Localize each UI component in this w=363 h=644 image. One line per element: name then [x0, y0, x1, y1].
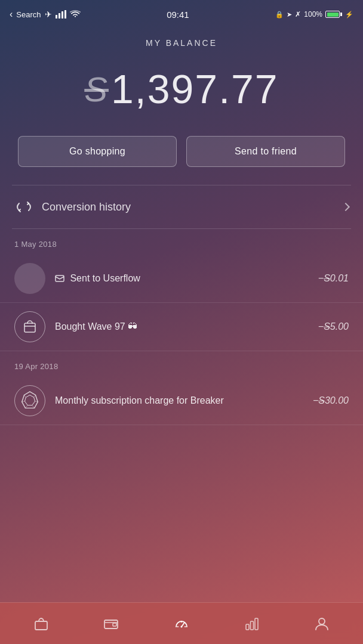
svg-rect-32 — [255, 618, 258, 630]
svg-line-17 — [34, 395, 36, 398]
balance-currency: S — [84, 69, 109, 109]
svg-line-19 — [32, 405, 35, 408]
transaction-info: Monthly subscription charge for Breaker — [55, 395, 313, 407]
page-title: MY BALANCE — [0, 26, 363, 54]
svg-rect-1 — [59, 13, 60, 18]
bottom-nav — [0, 602, 363, 644]
transaction-amount: −S30.00 — [313, 395, 349, 406]
transaction-title: Sent to Userflow — [55, 273, 140, 283]
transactions-section: 1 May 2018 Sent to Userflow −S0.01 — [0, 229, 363, 425]
svg-line-11 — [34, 397, 35, 401]
svg-point-26 — [180, 626, 182, 627]
transaction-info: Sent to Userflow — [55, 273, 318, 285]
table-row: Monthly subscription charge for Breaker … — [0, 377, 363, 425]
bar-chart-icon — [244, 616, 260, 631]
nav-item-dashboard[interactable] — [164, 611, 199, 636]
date-label-2: 19 Apr 2018 — [0, 351, 363, 377]
send-to-friend-button[interactable]: Send to friend — [186, 136, 345, 167]
avatar — [14, 385, 45, 416]
location-icon: ➤ — [287, 11, 292, 18]
date-label-1: 1 May 2018 — [0, 229, 363, 255]
charging-icon: ⚡ — [345, 11, 353, 18]
conversion-history-label: Conversion history — [42, 201, 343, 213]
balance-amount-value: 1,397.77 — [111, 66, 279, 112]
transaction-amount: −S0.01 — [318, 273, 349, 284]
action-buttons: Go shopping Send to friend — [0, 136, 363, 185]
wifi-icon — [70, 10, 81, 18]
transaction-title: Bought Wave 97 🕶 — [55, 321, 137, 332]
svg-rect-0 — [56, 15, 57, 18]
table-row: Sent to Userflow −S0.01 — [0, 255, 363, 303]
svg-line-12 — [32, 401, 35, 405]
bag-icon — [33, 616, 49, 631]
nav-item-shop[interactable] — [24, 611, 59, 636]
nav-item-chart[interactable] — [235, 611, 269, 636]
svg-line-20 — [25, 405, 27, 408]
balance-section: S 1,397.77 — [0, 54, 363, 136]
back-arrow[interactable]: ‹ — [10, 9, 13, 20]
svg-rect-24 — [113, 623, 116, 626]
gauge-icon — [174, 616, 189, 631]
status-time: 09:41 — [167, 10, 189, 20]
svg-line-16 — [24, 395, 26, 398]
conversion-history-row[interactable]: Conversion history — [0, 185, 363, 228]
lock-icon: 🔒 — [275, 11, 284, 18]
nav-item-profile[interactable] — [304, 611, 339, 636]
svg-line-14 — [24, 401, 27, 405]
balance-display: S 1,397.77 — [0, 66, 363, 112]
signal-icon — [56, 10, 66, 18]
person-icon — [314, 616, 330, 631]
chevron-right-icon — [342, 203, 350, 211]
battery-icon — [325, 11, 342, 18]
transaction-title: Monthly subscription charge for Breaker — [55, 395, 224, 405]
svg-rect-22 — [35, 621, 47, 630]
transaction-amount: −S5.00 — [318, 321, 349, 332]
table-row: Bought Wave 97 🕶 −S5.00 — [0, 303, 363, 351]
svg-rect-31 — [250, 621, 253, 630]
status-left: ‹ Search ✈ — [10, 9, 81, 20]
svg-rect-4 — [56, 275, 64, 281]
svg-point-33 — [319, 618, 325, 624]
airplane-icon: ✈ — [45, 10, 52, 19]
svg-rect-2 — [61, 11, 63, 18]
go-shopping-button[interactable]: Go shopping — [18, 136, 177, 167]
svg-rect-3 — [64, 10, 66, 18]
conversion-icon — [14, 197, 33, 216]
svg-line-15 — [24, 397, 26, 401]
svg-rect-23 — [104, 620, 118, 628]
status-app-name: Search — [16, 10, 41, 19]
avatar — [14, 263, 45, 294]
svg-rect-30 — [246, 624, 249, 630]
svg-marker-7 — [22, 392, 38, 408]
svg-line-9 — [26, 395, 30, 398]
bluetooth-icon: ✗ — [295, 10, 301, 18]
wallet-icon — [103, 616, 119, 631]
battery-percent: 100% — [304, 10, 322, 18]
avatar — [14, 311, 45, 342]
svg-line-10 — [30, 395, 34, 398]
nav-item-wallet[interactable] — [94, 611, 128, 636]
status-right: 🔒 ➤ ✗ 100% ⚡ — [275, 10, 353, 18]
status-bar: ‹ Search ✈ 09:41 🔒 ➤ ✗ 100% — [0, 0, 363, 26]
transaction-info: Bought Wave 97 🕶 — [55, 321, 318, 333]
svg-rect-5 — [24, 323, 35, 332]
